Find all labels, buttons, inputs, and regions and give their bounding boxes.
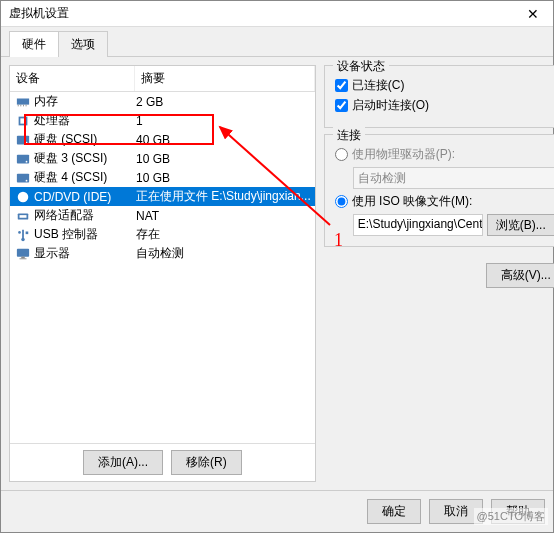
device-name: 硬盘 (SCSI): [34, 131, 136, 148]
device-summary: 存在: [136, 226, 315, 243]
device-summary: 10 GB: [136, 152, 315, 166]
device-row[interactable]: USB 控制器 存在: [10, 225, 315, 244]
remove-button[interactable]: 移除(R): [171, 450, 242, 475]
iso-radio[interactable]: [335, 195, 348, 208]
device-name: USB 控制器: [34, 226, 136, 243]
svg-rect-3: [23, 104, 24, 106]
physical-radio-row[interactable]: 使用物理驱动器(P):: [335, 146, 554, 163]
device-summary: 自动检测: [136, 245, 315, 262]
dialog-buttons: 确定 取消 帮助: [1, 490, 553, 532]
physical-select-row: 自动检测: [353, 167, 554, 189]
tab-hardware[interactable]: 硬件: [9, 31, 59, 57]
svg-rect-6: [20, 118, 25, 123]
device-summary: 10 GB: [136, 171, 315, 185]
poweron-checkbox[interactable]: [335, 99, 348, 112]
device-row[interactable]: 硬盘 3 (SCSI) 10 GB: [10, 149, 315, 168]
cpu-icon: [15, 114, 31, 128]
content-area: 设备 摘要 内存 2 GB 处理器 1 硬盘 (SCSI) 40 GB 硬盘 3…: [1, 56, 553, 490]
device-name: 显示器: [34, 245, 136, 262]
svg-rect-11: [17, 173, 29, 182]
device-row[interactable]: 硬盘 (SCSI) 40 GB: [10, 130, 315, 149]
svg-point-8: [26, 141, 28, 143]
connected-checkbox[interactable]: [335, 79, 348, 92]
connection-title: 连接: [333, 127, 365, 144]
device-table: 设备 摘要 内存 2 GB 处理器 1 硬盘 (SCSI) 40 GB 硬盘 3…: [10, 66, 315, 443]
connected-checkbox-row[interactable]: 已连接(C): [335, 77, 554, 94]
device-status-group: 设备状态 已连接(C) 启动时连接(O): [324, 65, 554, 128]
settings-window: 虚拟机设置 ✕ 硬件 选项 设备 摘要 内存 2 GB 处理器 1 硬盘 (SC…: [0, 0, 554, 533]
device-row[interactable]: 内存 2 GB: [10, 92, 315, 111]
device-row[interactable]: 处理器 1: [10, 111, 315, 130]
device-row[interactable]: 显示器 自动检测: [10, 244, 315, 263]
device-name: 网络适配器: [34, 207, 136, 224]
device-buttons: 添加(A)... 移除(R): [10, 443, 315, 481]
device-name: 硬盘 4 (SCSI): [34, 169, 136, 186]
device-row[interactable]: 硬盘 4 (SCSI) 10 GB: [10, 168, 315, 187]
connection-group: 连接 使用物理驱动器(P): 自动检测 使用 ISO 映像文件(M): E:\S…: [324, 134, 554, 247]
device-panel: 设备 摘要 内存 2 GB 处理器 1 硬盘 (SCSI) 40 GB 硬盘 3…: [9, 65, 316, 482]
physical-select: 自动检测: [353, 167, 554, 189]
close-icon: ✕: [527, 6, 539, 22]
svg-rect-4: [26, 104, 27, 106]
device-status-title: 设备状态: [333, 58, 389, 75]
svg-rect-22: [21, 256, 25, 258]
device-row[interactable]: 网络适配器 NAT: [10, 206, 315, 225]
physical-label: 使用物理驱动器(P):: [352, 146, 455, 163]
svg-rect-23: [20, 258, 27, 259]
poweron-label: 启动时连接(O): [352, 97, 429, 114]
add-button[interactable]: 添加(A)...: [83, 450, 163, 475]
device-summary: 正在使用文件 E:\Study\jingxian...: [136, 188, 315, 205]
device-summary: 2 GB: [136, 95, 315, 109]
svg-rect-16: [20, 215, 27, 218]
browse-button[interactable]: 浏览(B)...: [487, 214, 554, 236]
svg-rect-2: [20, 104, 21, 106]
svg-rect-20: [26, 231, 29, 234]
svg-rect-9: [17, 154, 29, 163]
titlebar: 虚拟机设置 ✕: [1, 1, 553, 27]
usb-icon: [15, 228, 31, 242]
disk-icon: [15, 171, 31, 185]
svg-rect-1: [18, 104, 19, 106]
close-button[interactable]: ✕: [513, 1, 553, 27]
svg-point-14: [22, 195, 25, 198]
watermark: @51CTO博客: [474, 508, 548, 525]
device-table-header: 设备 摘要: [10, 66, 315, 92]
tab-bar: 硬件 选项: [1, 27, 553, 57]
svg-point-10: [26, 160, 28, 162]
svg-point-12: [26, 179, 28, 181]
svg-rect-21: [17, 248, 29, 256]
device-name: 处理器: [34, 112, 136, 129]
disk-icon: [15, 152, 31, 166]
cd-icon: [15, 190, 31, 204]
tab-options[interactable]: 选项: [58, 31, 108, 57]
iso-label: 使用 ISO 映像文件(M):: [352, 193, 473, 210]
device-row[interactable]: CD/DVD (IDE) 正在使用文件 E:\Study\jingxian...: [10, 187, 315, 206]
device-summary: 40 GB: [136, 133, 315, 147]
annotation-label-1: 1: [334, 230, 343, 251]
iso-file-row: E:\Study\jingxiang\CentOS-... 浏览(B)...: [353, 214, 554, 236]
col-header-summary[interactable]: 摘要: [135, 66, 315, 91]
device-name: 硬盘 3 (SCSI): [34, 150, 136, 167]
svg-rect-0: [17, 98, 29, 104]
settings-panel: 设备状态 已连接(C) 启动时连接(O) 连接 使用物理驱动器(P): 自动检测: [324, 65, 554, 482]
device-name: CD/DVD (IDE): [34, 190, 136, 204]
net-icon: [15, 209, 31, 223]
iso-radio-row[interactable]: 使用 ISO 映像文件(M):: [335, 193, 554, 210]
svg-rect-18: [22, 229, 24, 238]
advanced-row: 高级(V)...: [324, 263, 554, 288]
svg-point-19: [18, 231, 21, 234]
device-summary: 1: [136, 114, 315, 128]
col-header-device[interactable]: 设备: [10, 66, 135, 91]
device-summary: NAT: [136, 209, 315, 223]
window-title: 虚拟机设置: [9, 5, 69, 22]
physical-radio[interactable]: [335, 148, 348, 161]
memory-icon: [15, 95, 31, 109]
connected-label: 已连接(C): [352, 77, 405, 94]
device-name: 内存: [34, 93, 136, 110]
ok-button[interactable]: 确定: [367, 499, 421, 524]
iso-path-input[interactable]: E:\Study\jingxiang\CentOS-...: [353, 214, 483, 236]
svg-rect-7: [17, 135, 29, 144]
advanced-button[interactable]: 高级(V)...: [486, 263, 554, 288]
poweron-checkbox-row[interactable]: 启动时连接(O): [335, 97, 554, 114]
display-icon: [15, 247, 31, 261]
